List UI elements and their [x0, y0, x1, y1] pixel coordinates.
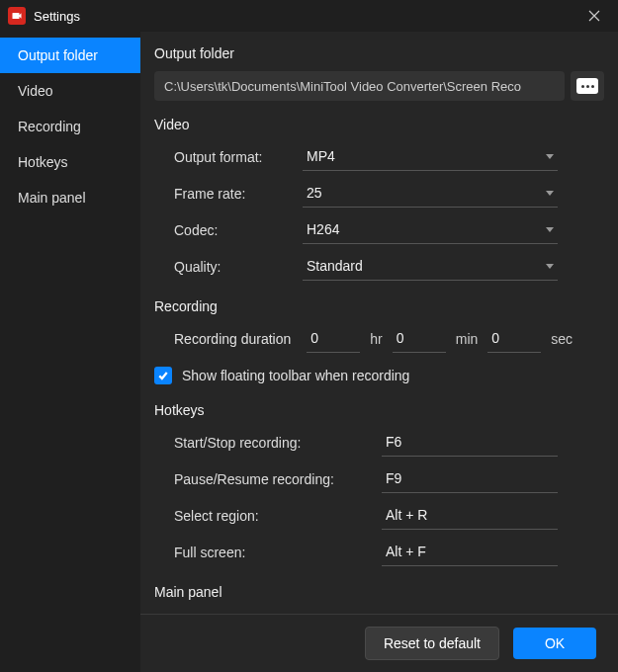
- video-heading: Video: [154, 117, 604, 132]
- codec-label: Codec:: [154, 222, 303, 238]
- reset-to-default-button[interactable]: Reset to default: [365, 627, 499, 660]
- sidebar-item-video[interactable]: Video: [0, 73, 140, 109]
- recording-duration-label: Recording duration: [174, 331, 291, 347]
- frame-rate-select[interactable]: 25: [303, 179, 558, 208]
- frame-rate-row: Frame rate: 25: [154, 179, 604, 208]
- main-panel: Output folder Video Output format: MP4: [140, 32, 618, 672]
- hotkey-pause-resume-input[interactable]: [382, 464, 558, 493]
- quality-select[interactable]: Standard: [303, 252, 558, 281]
- output-format-label: Output format:: [154, 149, 303, 165]
- hotkey-select-region-row: Select region:: [154, 501, 604, 530]
- floating-toolbar-row: Show floating toolbar when recording: [154, 367, 604, 384]
- sidebar-item-recording[interactable]: Recording: [0, 109, 140, 144]
- hotkey-select-region-input[interactable]: [382, 501, 558, 530]
- output-format-value: MP4: [307, 148, 540, 164]
- chevron-down-icon: [546, 227, 554, 232]
- sidebar-item-output-folder[interactable]: Output folder: [0, 38, 140, 73]
- unit-sec: sec: [551, 331, 573, 347]
- hotkey-start-stop-row: Start/Stop recording:: [154, 428, 604, 457]
- duration-sec-input[interactable]: [487, 324, 541, 353]
- close-button[interactable]: [578, 0, 610, 32]
- chevron-down-icon: [546, 264, 554, 269]
- settings-title: Settings: [34, 9, 80, 24]
- settings-window: Settings Output folder Video Recording H…: [0, 0, 618, 672]
- quality-value: Standard: [307, 258, 540, 274]
- browse-button[interactable]: [571, 71, 604, 101]
- hotkey-pause-resume-row: Pause/Resume recording:: [154, 464, 604, 493]
- main-scroll[interactable]: Output folder Video Output format: MP4: [140, 32, 618, 614]
- sidebar-item-hotkeys[interactable]: Hotkeys: [0, 144, 140, 180]
- codec-value: H264: [307, 221, 540, 237]
- output-format-select[interactable]: MP4: [303, 142, 558, 171]
- hotkey-full-screen-label: Full screen:: [154, 545, 382, 560]
- unit-hr: hr: [370, 331, 382, 347]
- output-folder-heading: Output folder: [154, 45, 604, 61]
- sidebar-item-main-panel[interactable]: Main panel: [0, 180, 140, 215]
- output-folder-input[interactable]: [154, 71, 565, 101]
- check-icon: [157, 370, 169, 381]
- titlebar: Settings: [0, 0, 618, 32]
- hotkey-pause-resume-label: Pause/Resume recording:: [154, 471, 382, 487]
- sidebar: Output folder Video Recording Hotkeys Ma…: [0, 32, 140, 672]
- hotkeys-heading: Hotkeys: [154, 402, 604, 418]
- floating-toolbar-label: Show floating toolbar when recording: [182, 368, 409, 383]
- duration-min-input[interactable]: [393, 324, 446, 353]
- quality-label: Quality:: [154, 259, 303, 275]
- hotkey-select-region-label: Select region:: [154, 508, 382, 524]
- frame-rate-value: 25: [307, 185, 540, 201]
- output-format-row: Output format: MP4: [154, 142, 604, 171]
- chevron-down-icon: [546, 191, 554, 196]
- floating-toolbar-checkbox[interactable]: [154, 367, 172, 384]
- chevron-down-icon: [546, 154, 554, 159]
- codec-select[interactable]: H264: [303, 215, 558, 244]
- app-icon: [8, 7, 26, 25]
- ellipsis-icon: [576, 78, 598, 94]
- hotkey-full-screen-row: Full screen:: [154, 538, 604, 566]
- hotkey-start-stop-label: Start/Stop recording:: [154, 435, 382, 451]
- unit-min: min: [456, 331, 479, 347]
- main-panel-heading: Main panel: [154, 584, 604, 600]
- ok-button[interactable]: OK: [513, 628, 596, 659]
- recording-heading: Recording: [154, 298, 604, 314]
- duration-hr-input[interactable]: [307, 324, 360, 353]
- hotkey-full-screen-input[interactable]: [382, 538, 558, 566]
- footer: Reset to default OK: [140, 614, 618, 672]
- recording-duration-row: Recording duration hr min sec: [154, 324, 604, 353]
- quality-row: Quality: Standard: [154, 252, 604, 281]
- hotkey-start-stop-input[interactable]: [382, 428, 558, 457]
- codec-row: Codec: H264: [154, 215, 604, 244]
- frame-rate-label: Frame rate:: [154, 186, 303, 202]
- output-folder-row: [154, 71, 604, 101]
- close-icon: [588, 10, 600, 22]
